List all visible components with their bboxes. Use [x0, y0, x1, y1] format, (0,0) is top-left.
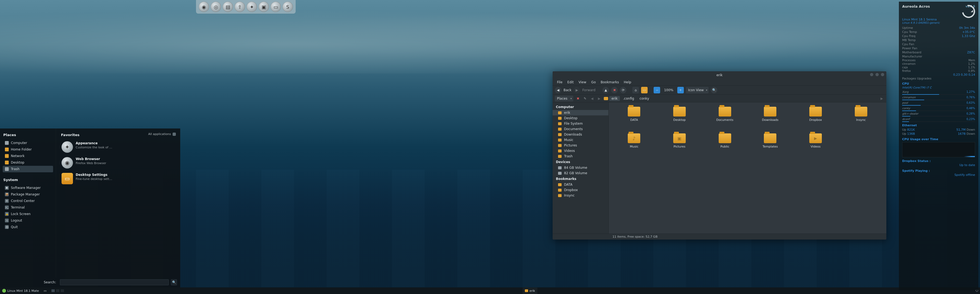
- system-terminal[interactable]: >_Terminal: [3, 204, 53, 211]
- places-dropdown[interactable]: Places: [555, 95, 573, 102]
- folder-icon: [558, 117, 562, 120]
- breadcrumb-item[interactable]: conky: [637, 96, 651, 101]
- path-end-icon[interactable]: ▶: [879, 96, 884, 101]
- window-title: erik: [716, 73, 723, 77]
- menu-edit[interactable]: Edit: [565, 80, 576, 85]
- sidebar-item[interactable]: 82 GB Volume: [553, 170, 608, 176]
- folder-icon: [558, 194, 562, 197]
- display-icon[interactable]: ▭: [270, 2, 281, 12]
- folder-icon: [558, 138, 562, 141]
- sidebar-item[interactable]: DATA: [553, 182, 608, 187]
- place-home[interactable]: Home Folder: [3, 146, 53, 153]
- share-icon[interactable]: ⇧: [235, 2, 245, 12]
- breadcrumb-current[interactable]: erik: [609, 96, 620, 101]
- favorite-web-browser[interactable]: ◉Web BrowserFirefox Web Browser: [60, 156, 177, 170]
- zoom-out-button[interactable]: −: [654, 87, 660, 93]
- view-mode-select[interactable]: Icon View: [686, 87, 709, 93]
- minimize-button[interactable]: [870, 73, 873, 76]
- menu-file[interactable]: File: [555, 80, 565, 85]
- system-software-manager[interactable]: ⬢Software Manager: [3, 184, 53, 191]
- workspace-switcher[interactable]: [49, 288, 66, 294]
- folder-item[interactable]: Desktop: [657, 107, 702, 131]
- path-forward-icon[interactable]: ▶: [597, 96, 601, 101]
- back-button[interactable]: ◀: [555, 87, 561, 93]
- stop-button[interactable]: ✖: [611, 87, 618, 93]
- system-label: Quit: [11, 225, 18, 229]
- favorite-desktop-settings[interactable]: ▭Desktop SettingsFine-tune desktop sett…: [60, 171, 177, 186]
- folder-item[interactable]: Insync: [839, 107, 883, 131]
- folder-grid[interactable]: DATADesktopDocumentsDownloadsDropboxInsy…: [609, 102, 886, 234]
- folder-item[interactable]: Dropbox: [794, 107, 838, 131]
- folder-item[interactable]: Videos: [794, 133, 838, 158]
- system-lock-screen[interactable]: 🔒Lock Screen: [3, 211, 53, 217]
- folder-item[interactable]: Downloads: [748, 107, 792, 131]
- menu-view[interactable]: View: [576, 80, 588, 85]
- sidebar-item[interactable]: 84 GB Volume: [553, 165, 608, 170]
- window-titlebar[interactable]: erik: [553, 72, 886, 79]
- sidebar-item[interactable]: Pictures: [553, 143, 608, 148]
- sidebar-item[interactable]: Music: [553, 137, 608, 143]
- sidebar-item[interactable]: Trash: [553, 154, 608, 159]
- forward-button[interactable]: ▶: [574, 87, 580, 93]
- path-edit-icon[interactable]: ✎: [582, 96, 587, 101]
- search-button[interactable]: 🔍: [171, 279, 177, 285]
- menu-search-row: Search: 🔍: [0, 278, 180, 288]
- favorite-title: Desktop Settings: [76, 173, 112, 177]
- twitter-icon[interactable]: ✦: [247, 2, 257, 12]
- folder-item[interactable]: Templates: [748, 133, 792, 158]
- menu-bookmarks[interactable]: Bookmarks: [598, 80, 621, 85]
- folder-item[interactable]: Music: [612, 133, 656, 158]
- system-control-center[interactable]: ⚙Control Center: [3, 198, 53, 204]
- show-desktop-button[interactable]: ▭: [41, 288, 49, 294]
- steam-icon[interactable]: ◎: [211, 2, 221, 12]
- menu-go[interactable]: Go: [589, 80, 598, 85]
- breadcrumb: erik .config conky: [604, 96, 651, 101]
- mint-logo-icon: [2, 289, 6, 292]
- folder-item[interactable]: Pictures: [657, 133, 702, 158]
- folder-item[interactable]: Documents: [703, 107, 747, 131]
- search-button[interactable]: 🔍: [711, 87, 717, 93]
- reload-button[interactable]: ⟳: [620, 87, 626, 93]
- path-close-icon[interactable]: ✖: [576, 96, 581, 101]
- breadcrumb-item[interactable]: .config: [621, 96, 636, 101]
- all-applications-link[interactable]: All applications: [148, 132, 176, 136]
- path-back-icon[interactable]: ◀: [590, 96, 595, 101]
- sidebar-item[interactable]: Dropbox: [553, 187, 608, 193]
- sidebar-item[interactable]: File System: [553, 121, 608, 126]
- place-network[interactable]: Network: [3, 153, 53, 159]
- folder-icon: [558, 166, 562, 169]
- system-package-manager[interactable]: 📦Package Manager: [3, 191, 53, 198]
- firefox-icon[interactable]: ◉: [199, 2, 209, 12]
- files-icon[interactable]: ▤: [223, 2, 233, 12]
- sidebar-item[interactable]: Documents: [553, 126, 608, 132]
- favorite-appearance[interactable]: ✦AppearanceCustomize the look of …: [60, 140, 177, 154]
- menu-button[interactable]: Linux Mint 18.1 Mate: [0, 288, 41, 294]
- place-trash[interactable]: Trash: [3, 166, 53, 172]
- sidebar-item[interactable]: erik: [553, 110, 608, 115]
- maximize-button[interactable]: [875, 73, 879, 76]
- up-button[interactable]: ▲: [603, 87, 609, 93]
- place-desktop[interactable]: Desktop: [3, 159, 53, 166]
- taskbar-item-erik[interactable]: erik: [523, 288, 538, 294]
- skype-icon[interactable]: S: [283, 2, 293, 12]
- folder-icon: [558, 155, 562, 158]
- system-quit[interactable]: ⏻Quit: [3, 224, 53, 230]
- home-button[interactable]: ⌂: [632, 87, 639, 93]
- system-logout[interactable]: ⎋Logout: [3, 217, 53, 224]
- zoom-in-button[interactable]: +: [677, 87, 684, 93]
- sidebar-item[interactable]: Videos: [553, 148, 608, 154]
- menu-help[interactable]: Help: [622, 80, 633, 85]
- place-computer[interactable]: Computer: [3, 140, 53, 146]
- cpu-header: CPU: [902, 82, 975, 86]
- computer-button[interactable]: ▭: [641, 87, 648, 93]
- search-input[interactable]: [60, 279, 169, 285]
- folder-item[interactable]: DATA: [612, 107, 656, 131]
- photos-icon[interactable]: ▣: [259, 2, 269, 12]
- sidebar-item[interactable]: Downloads: [553, 132, 608, 137]
- sidebar-item[interactable]: Insync: [553, 193, 608, 198]
- folder-item[interactable]: Public: [703, 133, 747, 158]
- sidebar-item[interactable]: Desktop: [553, 115, 608, 121]
- close-button[interactable]: [881, 73, 884, 76]
- toolbar: ◀ Back ▶ Forward ▲ ✖ ⟳ ⌂ ▭ − 100% + Icon…: [553, 86, 886, 95]
- sidebar: Computer erikDesktopFile SystemDocuments…: [553, 102, 609, 234]
